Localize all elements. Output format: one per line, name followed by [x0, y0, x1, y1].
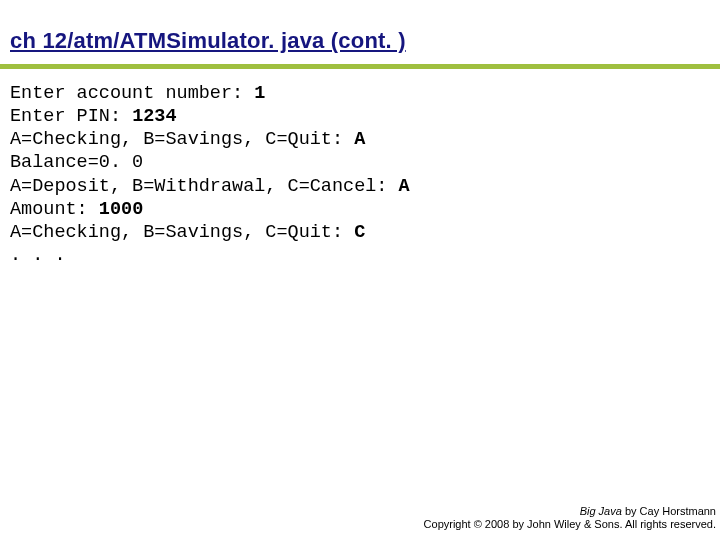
code-line-5-input: A — [399, 176, 410, 197]
slide-footer: Big Java by Cay Horstmann Copyright © 20… — [424, 505, 716, 533]
code-line-3-prompt: A=Checking, B=Savings, C=Quit: — [10, 129, 354, 150]
footer-line-1: Big Java by Cay Horstmann — [424, 505, 716, 519]
code-line-1-prompt: Enter account number: — [10, 83, 254, 104]
code-output: Enter account number: 1 Enter PIN: 1234 … — [10, 82, 410, 267]
footer-book-title: Big Java — [580, 505, 622, 517]
slide: ch 12/atm/ATMSimulator. java (cont. ) En… — [0, 0, 720, 540]
code-line-2-prompt: Enter PIN: — [10, 106, 132, 127]
code-line-6-prompt: Amount: — [10, 199, 99, 220]
code-line-3-input: A — [354, 129, 365, 150]
code-line-2-input: 1234 — [132, 106, 176, 127]
code-line-5-prompt: A=Deposit, B=Withdrawal, C=Cancel: — [10, 176, 399, 197]
code-line-7-prompt: A=Checking, B=Savings, C=Quit: — [10, 222, 354, 243]
footer-copyright: Copyright © 2008 by John Wiley & Sons. A… — [424, 518, 716, 532]
code-line-1-input: 1 — [254, 83, 265, 104]
title-underline-rule — [0, 64, 720, 69]
code-line-4: Balance=0. 0 — [10, 152, 143, 173]
footer-byline: by Cay Horstmann — [622, 505, 716, 517]
code-line-6-input: 1000 — [99, 199, 143, 220]
code-line-7-input: C — [354, 222, 365, 243]
code-line-8: . . . — [10, 245, 66, 266]
slide-title: ch 12/atm/ATMSimulator. java (cont. ) — [10, 28, 406, 54]
